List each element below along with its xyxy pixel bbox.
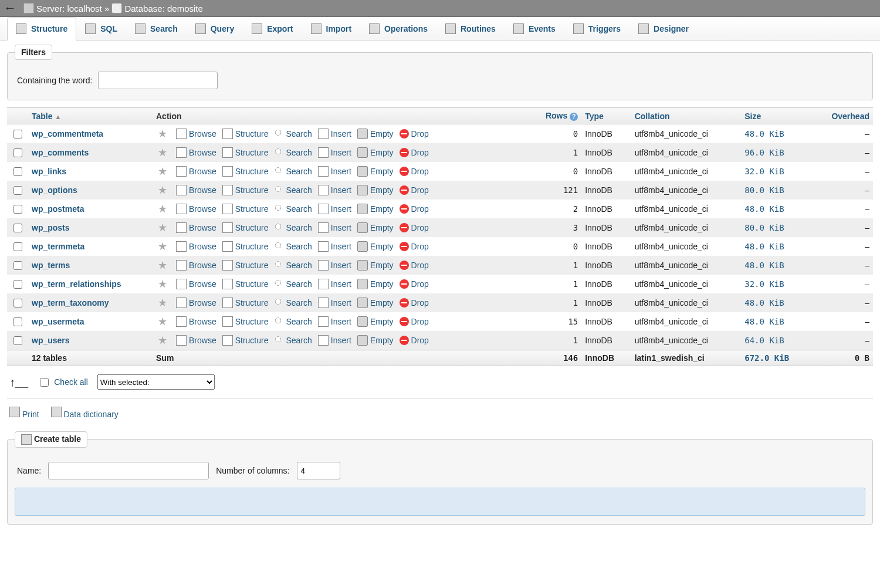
search-link[interactable]: Search [275,336,312,345]
table-name-link[interactable]: wp_options [32,185,77,195]
tab-designer[interactable]: Designer [629,17,698,40]
row-checkbox[interactable] [13,336,22,345]
rows-help-icon[interactable]: ? [570,113,578,121]
structure-link[interactable]: Structure [222,241,269,252]
db-link[interactable]: demosite [167,4,203,13]
structure-link[interactable]: Structure [222,147,269,158]
tab-structure[interactable]: Structure [7,17,76,40]
drop-link[interactable]: Drop [400,167,429,176]
col-table[interactable]: Table ▲ [28,108,153,124]
with-selected[interactable]: With selected: [97,374,215,390]
tab-search[interactable]: Search [126,17,187,40]
back-arrow-icon[interactable]: ← [4,1,16,16]
tab-export[interactable]: Export [243,17,302,40]
empty-link[interactable]: Empty [357,166,394,177]
drop-link[interactable]: Drop [400,242,429,251]
empty-link[interactable]: Empty [357,222,394,233]
tab-events[interactable]: Events [505,17,564,40]
search-link[interactable]: Search [275,148,312,157]
table-name-link[interactable]: wp_posts [32,223,70,232]
print-link[interactable]: Print [9,410,39,419]
favorite-star-icon[interactable]: ★ [153,237,172,256]
drop-link[interactable]: Drop [400,317,429,326]
insert-link[interactable]: Insert [318,147,351,158]
structure-link[interactable]: Structure [222,185,269,195]
insert-link[interactable]: Insert [318,298,351,308]
search-link[interactable]: Search [275,242,312,251]
tab-routines[interactable]: Routines [436,17,505,40]
search-link[interactable]: Search [275,298,312,307]
search-link[interactable]: Search [275,204,312,214]
row-checkbox[interactable] [13,186,22,195]
drop-link[interactable]: Drop [400,223,429,232]
col-collation[interactable]: Collation [631,108,742,124]
table-name-link[interactable]: wp_postmeta [32,204,84,214]
tab-query[interactable]: Query [187,17,243,40]
search-link[interactable]: Search [275,261,312,270]
tab-import[interactable]: Import [302,17,361,40]
browse-link[interactable]: Browse [176,241,216,252]
favorite-star-icon[interactable]: ★ [153,143,172,162]
browse-link[interactable]: Browse [176,222,216,233]
server-link[interactable]: localhost [67,4,102,13]
check-all-box[interactable] [40,378,49,387]
check-all-label[interactable]: Check all [54,377,88,387]
favorite-star-icon[interactable]: ★ [153,275,172,293]
row-checkbox[interactable] [13,130,22,138]
insert-link[interactable]: Insert [318,185,351,195]
drop-link[interactable]: Drop [400,129,429,138]
tab-triggers[interactable]: Triggers [564,17,629,40]
search-link[interactable]: Search [275,223,312,232]
structure-link[interactable]: Structure [222,279,269,289]
empty-link[interactable]: Empty [357,335,394,346]
col-type[interactable]: Type [581,108,631,124]
row-checkbox[interactable] [13,205,22,214]
browse-link[interactable]: Browse [176,316,216,327]
drop-link[interactable]: Drop [400,279,429,289]
insert-link[interactable]: Insert [318,166,351,177]
browse-link[interactable]: Browse [176,298,216,308]
empty-link[interactable]: Empty [357,241,394,252]
row-checkbox[interactable] [13,242,22,251]
browse-link[interactable]: Browse [176,335,216,346]
browse-link[interactable]: Browse [176,204,216,214]
table-name-link[interactable]: wp_term_taxonomy [32,298,109,307]
drop-link[interactable]: Drop [400,185,429,195]
row-checkbox[interactable] [13,148,22,157]
create-name-input[interactable] [48,462,209,479]
empty-link[interactable]: Empty [357,147,394,158]
col-rows[interactable]: Rows? [527,108,581,124]
favorite-star-icon[interactable]: ★ [153,331,172,350]
insert-link[interactable]: Insert [318,241,351,252]
favorite-star-icon[interactable]: ★ [153,293,172,312]
table-name-link[interactable]: wp_termmeta [32,242,84,251]
row-checkbox[interactable] [13,317,22,326]
structure-link[interactable]: Structure [222,298,269,308]
check-all[interactable]: Check all [38,376,88,388]
row-checkbox[interactable] [13,167,22,176]
insert-link[interactable]: Insert [318,222,351,233]
favorite-star-icon[interactable]: ★ [153,218,172,237]
insert-link[interactable]: Insert [318,129,351,139]
tab-sql[interactable]: SQL [76,17,126,40]
table-name-link[interactable]: wp_links [32,167,66,176]
structure-link[interactable]: Structure [222,335,269,346]
insert-link[interactable]: Insert [318,204,351,214]
search-link[interactable]: Search [275,129,312,138]
structure-link[interactable]: Structure [222,204,269,214]
empty-link[interactable]: Empty [357,129,394,139]
data-dictionary-link[interactable]: Data dictionary [51,410,119,419]
favorite-star-icon[interactable]: ★ [153,181,172,200]
col-overhead[interactable]: Overhead [811,108,873,124]
search-link[interactable]: Search [275,279,312,289]
insert-link[interactable]: Insert [318,335,351,346]
empty-link[interactable]: Empty [357,260,394,271]
table-name-link[interactable]: wp_commentmeta [32,129,103,138]
empty-link[interactable]: Empty [357,298,394,308]
empty-link[interactable]: Empty [357,279,394,289]
empty-link[interactable]: Empty [357,316,394,327]
row-checkbox[interactable] [13,224,22,232]
search-link[interactable]: Search [275,185,312,195]
empty-link[interactable]: Empty [357,185,394,195]
search-link[interactable]: Search [275,167,312,176]
